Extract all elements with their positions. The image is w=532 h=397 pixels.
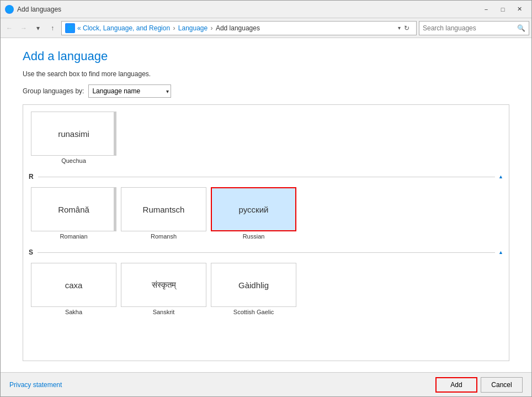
address-bar: 🌐 « Clock, Language, and Region › Langua… xyxy=(61,21,417,35)
section-line-r xyxy=(38,177,495,177)
add-button[interactable]: Add xyxy=(435,377,477,393)
breadcrumb-icon: 🌐 xyxy=(65,23,75,33)
language-native-quechua: runasimi xyxy=(58,129,89,139)
section-line-s xyxy=(38,252,495,253)
list-item[interactable]: संस्कृतम् Sanskrit xyxy=(121,263,206,315)
close-button[interactable]: ✕ xyxy=(512,3,527,15)
recent-button[interactable]: ▾ xyxy=(31,22,45,35)
content: Add a language Use the search box to fin… xyxy=(1,38,531,372)
section-header-s[interactable]: S ▲ xyxy=(25,246,507,258)
language-english-quechua: Quechua xyxy=(61,157,86,164)
language-tile-scottish-gaelic[interactable]: Gàidhlig xyxy=(211,263,296,307)
footer-buttons: Add Cancel xyxy=(435,377,523,393)
breadcrumb-current: Add languages xyxy=(216,24,260,32)
section-label-r: R xyxy=(29,173,34,181)
group-by-label: Group languages by: xyxy=(23,87,84,95)
language-english-russian: Russian xyxy=(243,233,265,240)
privacy-link[interactable]: Privacy statement xyxy=(9,381,62,389)
breadcrumb-language[interactable]: Language xyxy=(178,24,208,32)
breadcrumb: « Clock, Language, and Region › Language… xyxy=(77,24,397,32)
q-section-grid: runasimi Quechua xyxy=(25,107,507,171)
language-english-romansh: Romansh xyxy=(151,233,177,240)
list-item[interactable]: Rumantsch Romansh xyxy=(121,187,206,240)
window: 🌐 Add languages − □ ✕ ← → ▾ ↑ 🌐 « Clock,… xyxy=(0,0,532,397)
group-by-select[interactable]: Language name Language script Region xyxy=(88,84,171,98)
sep1: › xyxy=(173,24,177,32)
section-label-s: S xyxy=(29,248,33,256)
footer: Privacy statement Add Cancel xyxy=(1,372,531,396)
group-by-select-wrapper: Language name Language script Region ▾ xyxy=(88,84,171,98)
language-english-scottish-gaelic: Scottish Gaelic xyxy=(233,309,274,315)
section-chevron-s-icon: ▲ xyxy=(498,250,503,255)
search-input[interactable] xyxy=(423,24,517,32)
group-by-row: Group languages by: Language name Langua… xyxy=(23,84,509,98)
language-native-romanian: Română xyxy=(58,205,89,214)
refresh-button[interactable]: ↻ xyxy=(401,22,413,34)
maximize-button[interactable]: □ xyxy=(495,3,510,15)
language-list: runasimi Quechua R ▲ Română xyxy=(23,104,509,361)
language-tile-sanskrit[interactable]: संस्कृतम् xyxy=(121,263,206,307)
language-tile-russian[interactable]: русский xyxy=(211,187,296,231)
minimize-button[interactable]: − xyxy=(478,3,494,15)
list-item[interactable]: саха Sakha xyxy=(31,263,116,315)
title-bar: 🌐 Add languages − □ ✕ xyxy=(1,1,531,18)
language-tile-romanian[interactable]: Română xyxy=(31,187,116,231)
language-native-russian: русский xyxy=(239,205,269,214)
window-controls: − □ ✕ xyxy=(478,3,527,15)
section-header-r[interactable]: R ▲ xyxy=(25,171,507,183)
list-item[interactable]: Română Romanian xyxy=(31,187,116,240)
language-native-sakha: саха xyxy=(65,280,83,290)
list-item[interactable]: Gàidhlig Scottish Gaelic xyxy=(211,263,296,315)
language-tile-sakha[interactable]: саха xyxy=(31,263,116,307)
search-box: 🔍 xyxy=(419,21,529,35)
search-icon: 🔍 xyxy=(517,24,525,32)
language-native-romansh: Rumantsch xyxy=(143,205,185,214)
language-english-sanskrit: Sanskrit xyxy=(153,309,175,315)
breadcrumb-section[interactable]: « Clock, Language, and Region xyxy=(77,24,170,32)
language-native-scottish-gaelic: Gàidhlig xyxy=(238,280,269,290)
nav-bar: ← → ▾ ↑ 🌐 « Clock, Language, and Region … xyxy=(1,18,531,38)
forward-button[interactable]: → xyxy=(17,22,30,35)
language-tile-quechua[interactable]: runasimi xyxy=(31,112,116,156)
subtitle: Use the search box to find more language… xyxy=(23,70,509,78)
sep2: › xyxy=(211,24,215,32)
language-english-sakha: Sakha xyxy=(65,309,82,315)
list-item[interactable]: русский Russian xyxy=(211,187,296,240)
cancel-button[interactable]: Cancel xyxy=(481,377,523,393)
back-button[interactable]: ← xyxy=(3,22,16,35)
language-tile-romansh[interactable]: Rumantsch xyxy=(121,187,206,231)
window-icon: 🌐 xyxy=(5,5,14,14)
page-title: Add a language xyxy=(23,49,509,63)
content-inner: Add a language Use the search box to fin… xyxy=(1,38,531,372)
r-section-grid: Română Romanian Rumantsch Romansh русски… xyxy=(25,183,507,246)
window-title: Add languages xyxy=(17,6,478,13)
up-button[interactable]: ↑ xyxy=(46,22,59,35)
section-chevron-r-icon: ▲ xyxy=(498,174,503,179)
s-section-grid: саха Sakha संस्कृतम् Sanskrit Gàidhlig xyxy=(25,258,507,322)
language-native-sanskrit: संस्कृतम् xyxy=(152,280,176,290)
language-english-romanian: Romanian xyxy=(60,233,87,240)
list-item[interactable]: runasimi Quechua xyxy=(31,112,116,164)
